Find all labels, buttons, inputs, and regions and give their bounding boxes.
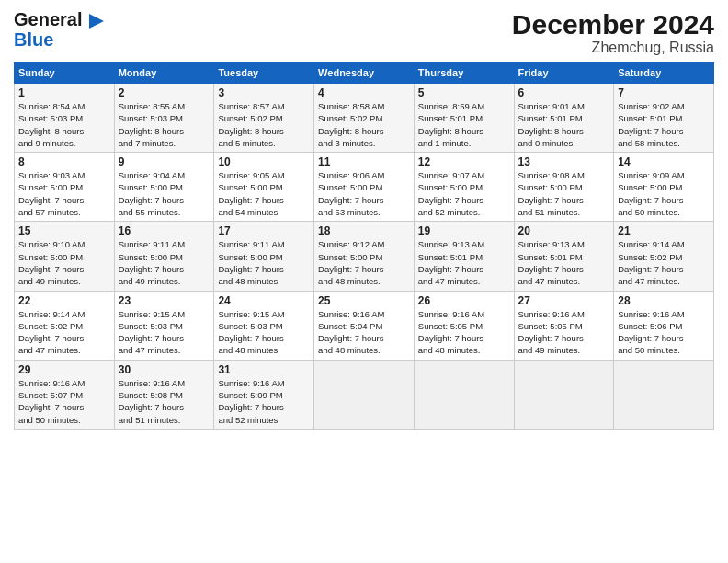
calendar-cell: 5Sunrise: 8:59 AMSunset: 5:01 PMDaylight… bbox=[414, 84, 514, 153]
day-info: Sunrise: 9:16 AMSunset: 5:06 PMDaylight:… bbox=[618, 308, 710, 357]
calendar-cell bbox=[314, 360, 415, 429]
day-number: 7 bbox=[618, 86, 710, 99]
calendar-cell bbox=[414, 360, 514, 429]
day-info: Sunrise: 9:03 AMSunset: 5:00 PMDaylight:… bbox=[18, 169, 110, 218]
calendar-cell: 31Sunrise: 9:16 AMSunset: 5:09 PMDayligh… bbox=[214, 360, 314, 429]
title-block: December 2024 Zhemchug, Russia bbox=[512, 9, 714, 56]
logo-text: General bbox=[14, 9, 104, 29]
day-info: Sunrise: 9:11 AMSunset: 5:00 PMDaylight:… bbox=[218, 238, 310, 287]
calendar-cell: 19Sunrise: 9:13 AMSunset: 5:01 PMDayligh… bbox=[414, 222, 514, 291]
calendar-cell bbox=[514, 360, 614, 429]
col-thursday: Thursday bbox=[414, 63, 514, 84]
calendar-cell: 1Sunrise: 8:54 AMSunset: 5:03 PMDaylight… bbox=[15, 84, 115, 153]
day-number: 31 bbox=[218, 363, 310, 376]
day-info: Sunrise: 9:16 AMSunset: 5:05 PMDaylight:… bbox=[518, 308, 610, 357]
col-friday: Friday bbox=[514, 63, 614, 84]
col-tuesday: Tuesday bbox=[214, 63, 314, 84]
day-info: Sunrise: 9:07 AMSunset: 5:00 PMDaylight:… bbox=[418, 169, 510, 218]
logo: General Blue bbox=[14, 9, 104, 50]
calendar-cell: 24Sunrise: 9:15 AMSunset: 5:03 PMDayligh… bbox=[214, 291, 314, 360]
day-number: 5 bbox=[418, 86, 510, 99]
day-number: 19 bbox=[418, 224, 510, 237]
day-number: 13 bbox=[518, 155, 610, 168]
calendar-cell: 28Sunrise: 9:16 AMSunset: 5:06 PMDayligh… bbox=[614, 291, 714, 360]
day-info: Sunrise: 9:14 AMSunset: 5:02 PMDaylight:… bbox=[18, 308, 110, 357]
day-number: 21 bbox=[618, 224, 710, 237]
calendar-cell: 30Sunrise: 9:16 AMSunset: 5:08 PMDayligh… bbox=[114, 360, 214, 429]
calendar-cell bbox=[614, 360, 714, 429]
day-info: Sunrise: 9:02 AMSunset: 5:01 PMDaylight:… bbox=[618, 100, 710, 149]
day-info: Sunrise: 9:13 AMSunset: 5:01 PMDaylight:… bbox=[518, 238, 610, 287]
calendar-subtitle: Zhemchug, Russia bbox=[512, 40, 714, 56]
calendar-cell: 26Sunrise: 9:16 AMSunset: 5:05 PMDayligh… bbox=[414, 291, 514, 360]
header: General Blue December 2024 Zhemchug, Rus… bbox=[14, 9, 714, 56]
calendar-cell: 13Sunrise: 9:08 AMSunset: 5:00 PMDayligh… bbox=[514, 153, 614, 222]
calendar-week-row: 15Sunrise: 9:10 AMSunset: 5:00 PMDayligh… bbox=[15, 222, 714, 291]
calendar-title: December 2024 bbox=[512, 9, 714, 40]
calendar-cell: 21Sunrise: 9:14 AMSunset: 5:02 PMDayligh… bbox=[614, 222, 714, 291]
day-number: 18 bbox=[318, 224, 410, 237]
day-info: Sunrise: 9:16 AMSunset: 5:04 PMDaylight:… bbox=[318, 308, 410, 357]
day-info: Sunrise: 9:06 AMSunset: 5:00 PMDaylight:… bbox=[318, 169, 410, 218]
calendar-cell: 11Sunrise: 9:06 AMSunset: 5:00 PMDayligh… bbox=[314, 153, 415, 222]
day-number: 15 bbox=[18, 224, 110, 237]
day-info: Sunrise: 8:55 AMSunset: 5:03 PMDaylight:… bbox=[119, 100, 210, 149]
calendar-cell: 2Sunrise: 8:55 AMSunset: 5:03 PMDaylight… bbox=[114, 84, 214, 153]
day-info: Sunrise: 8:58 AMSunset: 5:02 PMDaylight:… bbox=[318, 100, 410, 149]
col-wednesday: Wednesday bbox=[314, 63, 415, 84]
day-number: 4 bbox=[318, 86, 410, 99]
day-info: Sunrise: 9:05 AMSunset: 5:00 PMDaylight:… bbox=[218, 169, 310, 218]
calendar-cell: 17Sunrise: 9:11 AMSunset: 5:00 PMDayligh… bbox=[214, 222, 314, 291]
day-number: 2 bbox=[119, 86, 210, 99]
calendar-cell: 29Sunrise: 9:16 AMSunset: 5:07 PMDayligh… bbox=[15, 360, 115, 429]
calendar-cell: 4Sunrise: 8:58 AMSunset: 5:02 PMDaylight… bbox=[314, 84, 415, 153]
day-number: 29 bbox=[18, 363, 110, 376]
day-number: 12 bbox=[418, 155, 510, 168]
day-number: 1 bbox=[18, 86, 110, 99]
calendar-cell: 10Sunrise: 9:05 AMSunset: 5:00 PMDayligh… bbox=[214, 153, 314, 222]
day-info: Sunrise: 9:16 AMSunset: 5:08 PMDaylight:… bbox=[119, 377, 210, 426]
calendar-week-row: 29Sunrise: 9:16 AMSunset: 5:07 PMDayligh… bbox=[15, 360, 714, 429]
day-info: Sunrise: 9:16 AMSunset: 5:09 PMDaylight:… bbox=[218, 377, 310, 426]
day-info: Sunrise: 9:16 AMSunset: 5:05 PMDaylight:… bbox=[418, 308, 510, 357]
day-number: 10 bbox=[218, 155, 310, 168]
calendar-table: Sunday Monday Tuesday Wednesday Thursday… bbox=[14, 62, 714, 430]
calendar-cell: 12Sunrise: 9:07 AMSunset: 5:00 PMDayligh… bbox=[414, 153, 514, 222]
day-number: 27 bbox=[518, 294, 610, 307]
calendar-cell: 18Sunrise: 9:12 AMSunset: 5:00 PMDayligh… bbox=[314, 222, 415, 291]
calendar-cell: 16Sunrise: 9:11 AMSunset: 5:00 PMDayligh… bbox=[114, 222, 214, 291]
calendar-week-row: 1Sunrise: 8:54 AMSunset: 5:03 PMDaylight… bbox=[15, 84, 714, 153]
svg-marker-0 bbox=[89, 14, 104, 29]
col-sunday: Sunday bbox=[15, 63, 115, 84]
day-info: Sunrise: 9:12 AMSunset: 5:00 PMDaylight:… bbox=[318, 238, 410, 287]
day-info: Sunrise: 9:08 AMSunset: 5:00 PMDaylight:… bbox=[518, 169, 610, 218]
calendar-cell: 9Sunrise: 9:04 AMSunset: 5:00 PMDaylight… bbox=[114, 153, 214, 222]
day-info: Sunrise: 9:09 AMSunset: 5:00 PMDaylight:… bbox=[618, 169, 710, 218]
col-saturday: Saturday bbox=[614, 63, 714, 84]
day-number: 6 bbox=[518, 86, 610, 99]
day-info: Sunrise: 8:54 AMSunset: 5:03 PMDaylight:… bbox=[18, 100, 110, 149]
calendar-cell: 23Sunrise: 9:15 AMSunset: 5:03 PMDayligh… bbox=[114, 291, 214, 360]
day-number: 16 bbox=[119, 224, 210, 237]
calendar-cell: 6Sunrise: 9:01 AMSunset: 5:01 PMDaylight… bbox=[514, 84, 614, 153]
day-info: Sunrise: 8:57 AMSunset: 5:02 PMDaylight:… bbox=[218, 100, 310, 149]
day-info: Sunrise: 9:13 AMSunset: 5:01 PMDaylight:… bbox=[418, 238, 510, 287]
calendar-cell: 14Sunrise: 9:09 AMSunset: 5:00 PMDayligh… bbox=[614, 153, 714, 222]
day-number: 14 bbox=[618, 155, 710, 168]
calendar-cell: 25Sunrise: 9:16 AMSunset: 5:04 PMDayligh… bbox=[314, 291, 415, 360]
col-monday: Monday bbox=[114, 63, 214, 84]
day-number: 9 bbox=[119, 155, 210, 168]
day-number: 3 bbox=[218, 86, 310, 99]
logo-line2: Blue bbox=[14, 29, 53, 50]
day-number: 11 bbox=[318, 155, 410, 168]
day-number: 28 bbox=[618, 294, 710, 307]
day-number: 26 bbox=[418, 294, 510, 307]
day-info: Sunrise: 9:11 AMSunset: 5:00 PMDaylight:… bbox=[119, 238, 210, 287]
day-info: Sunrise: 9:15 AMSunset: 5:03 PMDaylight:… bbox=[119, 308, 210, 357]
day-info: Sunrise: 9:14 AMSunset: 5:02 PMDaylight:… bbox=[618, 238, 710, 287]
calendar-cell: 20Sunrise: 9:13 AMSunset: 5:01 PMDayligh… bbox=[514, 222, 614, 291]
day-number: 24 bbox=[218, 294, 310, 307]
logo-arrow-icon bbox=[89, 14, 104, 29]
day-info: Sunrise: 9:16 AMSunset: 5:07 PMDaylight:… bbox=[18, 377, 110, 426]
calendar-cell: 27Sunrise: 9:16 AMSunset: 5:05 PMDayligh… bbox=[514, 291, 614, 360]
